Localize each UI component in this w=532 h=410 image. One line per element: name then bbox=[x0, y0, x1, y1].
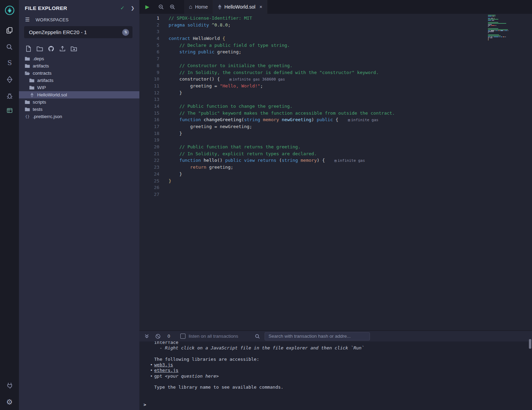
code-line[interactable]: greeting = "Hello, World!"; bbox=[169, 83, 485, 90]
workspace-switch-icon[interactable]: ⇅ bbox=[122, 29, 129, 36]
scroll-to-bottom-icon[interactable] bbox=[144, 334, 149, 339]
terminal-line: The following libraries are accessible: bbox=[154, 357, 525, 362]
svg-text:S: S bbox=[7, 59, 12, 66]
editor-tabbar: ▶ ⌂ Home HelloWorld.sol bbox=[139, 0, 532, 14]
line-number: 9 bbox=[139, 69, 159, 76]
code-line[interactable]: function hello() public view returns (st… bbox=[169, 157, 485, 164]
gas-estimate: ▤infinite gas bbox=[348, 118, 379, 122]
file-tree: .depsartifactscontractsartifactsWIPHello… bbox=[19, 55, 139, 120]
tree-item-scripts[interactable]: scripts bbox=[19, 98, 139, 106]
line-number: 14 bbox=[139, 103, 159, 110]
settings-icon[interactable]: ⚙ bbox=[0, 395, 19, 409]
tab-home[interactable]: ⌂ Home bbox=[184, 0, 213, 14]
plugin-icon[interactable] bbox=[0, 104, 19, 117]
code-line[interactable]: return greeting; bbox=[169, 164, 485, 171]
main-area: ▶ ⌂ Home HelloWorld.sol bbox=[139, 0, 532, 410]
search-icon[interactable] bbox=[0, 40, 19, 54]
bullet-icon: • bbox=[150, 362, 154, 368]
editor-minimap[interactable] bbox=[488, 15, 529, 43]
tree-item-artifacts[interactable]: artifacts bbox=[19, 77, 139, 84]
code-line[interactable] bbox=[169, 96, 485, 103]
code-line[interactable] bbox=[169, 137, 485, 144]
gas-icon: ▤ bbox=[334, 159, 337, 162]
code-line[interactable] bbox=[169, 28, 485, 35]
check-icon[interactable]: ✓ bbox=[120, 5, 125, 11]
code-line[interactable]: } bbox=[169, 130, 485, 137]
tree-item-helloworld-sol[interactable]: HelloWorld.sol bbox=[19, 91, 139, 98]
solidity-compiler-icon[interactable]: S bbox=[0, 56, 19, 70]
chevron-right-icon[interactable]: ❯ bbox=[131, 6, 135, 11]
code-line[interactable]: } bbox=[169, 171, 485, 178]
code-line[interactable]: // In Solidity, explicit return types ar… bbox=[169, 150, 485, 157]
line-number: 12 bbox=[139, 90, 159, 96]
terminal-line: •ethers.js bbox=[154, 368, 525, 373]
line-number: 6 bbox=[139, 49, 159, 55]
folder-icon bbox=[29, 85, 34, 90]
zoom-out-icon[interactable] bbox=[155, 0, 167, 14]
library-link[interactable]: ethers.js bbox=[154, 368, 178, 373]
code-line[interactable]: // Public function that returns the gree… bbox=[169, 144, 485, 150]
debugger-icon[interactable] bbox=[0, 89, 19, 103]
upload-file-icon[interactable] bbox=[58, 45, 66, 52]
code-line[interactable]: contract HelloWorld { bbox=[169, 35, 485, 42]
file-explorer-panel: FILE EXPLORER ✓ ❯ ☰ WORKSPACES OpenZeppe… bbox=[19, 0, 139, 410]
tree-item-wip[interactable]: WIP bbox=[19, 84, 139, 91]
tree-item--prettierrc-json[interactable]: {}.prettierrc.json bbox=[19, 113, 139, 120]
tab-helloworld-sol[interactable]: HelloWorld.sol × bbox=[213, 0, 267, 14]
code-line[interactable]: constructor() {▤infinite gas 368600 gas bbox=[169, 76, 485, 83]
terminal-panel: 0 listen on all transactions interface -… bbox=[139, 330, 532, 410]
code-line[interactable] bbox=[169, 55, 485, 62]
tree-item-label: contracts bbox=[33, 71, 52, 76]
clear-console-icon[interactable] bbox=[155, 334, 161, 339]
plugin-manager-icon[interactable] bbox=[0, 379, 19, 392]
workspaces-label: WORKSPACES bbox=[35, 17, 68, 22]
terminal-output[interactable]: interface - Right click on a JavaScript … bbox=[139, 341, 532, 410]
code-line[interactable]: string public greeting; bbox=[169, 49, 485, 55]
editor-gutter: 1234567891011121314151617181920212223242… bbox=[139, 15, 159, 198]
line-number: 10 bbox=[139, 76, 159, 83]
tree-item-tests[interactable]: tests bbox=[19, 106, 139, 113]
code-line[interactable]: // The "public" keyword makes the functi… bbox=[169, 110, 485, 117]
load-folder-icon[interactable] bbox=[70, 45, 78, 52]
code-line[interactable]: greeting = newGreeting; bbox=[169, 123, 485, 130]
code-line[interactable]: pragma solidity ^0.8.0; bbox=[169, 22, 485, 29]
library-link[interactable]: web3.js bbox=[154, 362, 173, 367]
code-line[interactable]: // Public function to change the greetin… bbox=[169, 103, 485, 110]
deploy-run-icon[interactable] bbox=[0, 73, 19, 86]
run-script-button[interactable]: ▶ bbox=[139, 0, 155, 14]
folder-icon bbox=[25, 64, 30, 69]
code-line[interactable]: // SPDX-License-Identifier: MIT bbox=[169, 15, 485, 22]
code-line[interactable] bbox=[169, 191, 485, 198]
line-number: 22 bbox=[139, 157, 159, 164]
code-line[interactable]: // Declare a public field of type string… bbox=[169, 42, 485, 49]
close-tab-icon[interactable]: × bbox=[259, 4, 262, 10]
gas-estimate: ▤infinite gas bbox=[334, 158, 365, 163]
code-line[interactable]: // Constructor to initialize the greetin… bbox=[169, 62, 485, 69]
workspace-name: OpenZeppelin ERC20 - 1 bbox=[29, 29, 122, 35]
terminal-line: interface bbox=[154, 341, 525, 345]
code-line[interactable]: function changeGreeting(string memory ne… bbox=[169, 116, 485, 123]
tree-item-contracts[interactable]: contracts bbox=[19, 70, 139, 77]
tree-item-artifacts[interactable]: artifacts bbox=[19, 62, 139, 70]
file-explorer-icon[interactable] bbox=[0, 23, 19, 37]
terminal-prompt[interactable]: > bbox=[143, 402, 146, 407]
editor-code[interactable]: // SPDX-License-Identifier: MITpragma so… bbox=[169, 15, 485, 198]
zoom-in-icon[interactable] bbox=[167, 0, 178, 14]
code-line[interactable]: } bbox=[169, 178, 485, 185]
listen-transactions-checkbox[interactable] bbox=[180, 334, 185, 339]
workspaces-menu-icon[interactable]: ☰ bbox=[25, 17, 30, 23]
code-line[interactable]: // In Solidity, the constructor is defin… bbox=[169, 69, 485, 76]
remix-logo[interactable] bbox=[0, 3, 19, 17]
terminal-scrollbar-thumb[interactable] bbox=[529, 339, 531, 349]
workspace-selector[interactable]: OpenZeppelin ERC20 - 1 ⇅ bbox=[24, 26, 132, 38]
create-folder-button[interactable] bbox=[36, 45, 44, 52]
github-clone-icon[interactable] bbox=[47, 45, 55, 52]
code-line[interactable]: } bbox=[169, 90, 485, 96]
tree-item--deps[interactable]: .deps bbox=[19, 55, 139, 62]
folder-open-icon bbox=[25, 71, 30, 76]
terminal-search-input[interactable] bbox=[265, 332, 370, 340]
code-editor[interactable]: 1234567891011121314151617181920212223242… bbox=[139, 14, 532, 330]
create-file-button[interactable] bbox=[24, 45, 32, 52]
tree-item-label: WIP bbox=[37, 85, 46, 90]
code-line[interactable] bbox=[169, 184, 485, 191]
